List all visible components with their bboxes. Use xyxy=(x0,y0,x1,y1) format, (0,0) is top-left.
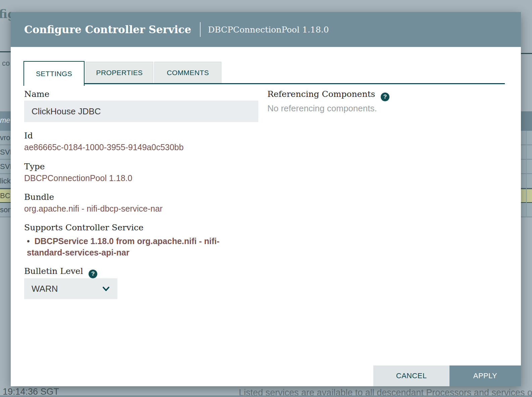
bulletin-level-dropdown[interactable]: WARN xyxy=(24,278,117,299)
background-table-rows-left: vro SVR SVR lick BCP son xyxy=(0,131,11,217)
tabs-underline xyxy=(23,83,505,84)
background-divider-right xyxy=(521,53,532,54)
type-value: DBCPConnectionPool 1.18.0 xyxy=(24,173,132,183)
cancel-button[interactable]: CANCEL xyxy=(373,365,449,386)
id-value: ae86665c-0184-1000-3955-9149a0c530bb xyxy=(24,143,183,152)
dialog-subtitle: DBCPConnectionPool 1.18.0 xyxy=(208,25,329,35)
no-referencing-components-text: No referencing components. xyxy=(267,103,377,114)
tab-comments[interactable]: COMMENTS xyxy=(154,62,221,84)
table-row: lick xyxy=(0,174,11,188)
bulletin-level-label: Bulletin Level xyxy=(24,266,83,276)
screen: fig co me vro SVR SVR lick BCP son 19:14… xyxy=(0,0,532,397)
supported-service-text: DBCPService 1.18.0 from org.apache.nifi … xyxy=(27,236,219,257)
bulletin-level-value: WARN xyxy=(32,284,101,294)
table-row: vro xyxy=(0,131,11,145)
bullet-icon: • xyxy=(27,236,30,246)
referencing-components-label: Referencing Components xyxy=(267,89,375,99)
dialog-header: Configure Controller Service DBCPConnect… xyxy=(11,12,521,47)
help-icon[interactable]: ? xyxy=(89,270,97,278)
background-bottom-edge xyxy=(0,395,532,397)
table-row: son xyxy=(0,203,11,217)
background-table-header-right xyxy=(521,111,532,131)
title-separator xyxy=(200,22,201,37)
table-row: SVR xyxy=(0,160,11,174)
configure-controller-service-dialog: Configure Controller Service DBCPConnect… xyxy=(11,12,521,386)
background-table-header-label: me xyxy=(0,116,10,125)
table-row: SVR xyxy=(0,145,11,160)
bundle-label: Bundle xyxy=(24,192,54,202)
type-label: Type xyxy=(24,162,45,171)
table-row-selected: BCP xyxy=(0,188,11,203)
help-icon[interactable]: ? xyxy=(381,93,389,101)
name-input[interactable] xyxy=(24,101,258,122)
supported-service-item: •DBCPService 1.18.0 from org.apache.nifi… xyxy=(27,235,248,258)
dialog-title: Configure Controller Service xyxy=(24,23,191,36)
supports-controller-service-label: Supports Controller Service xyxy=(24,223,144,232)
background-divider-left xyxy=(0,51,11,52)
name-label: Name xyxy=(24,89,49,99)
dialog-footer: CANCEL APPLY xyxy=(373,365,521,386)
tab-properties[interactable]: PROPERTIES xyxy=(86,62,153,84)
bundle-value: org.apache.nifi - nifi-dbcp-service-nar xyxy=(24,204,163,214)
background-table-header: me xyxy=(0,111,11,131)
id-label: Id xyxy=(24,131,33,140)
background-table-gridline xyxy=(526,131,527,217)
apply-button[interactable]: APPLY xyxy=(449,365,521,386)
background-text-fragment: co xyxy=(2,59,10,68)
chevron-down-icon xyxy=(101,285,111,293)
tab-settings[interactable]: SETTINGS xyxy=(23,61,85,86)
